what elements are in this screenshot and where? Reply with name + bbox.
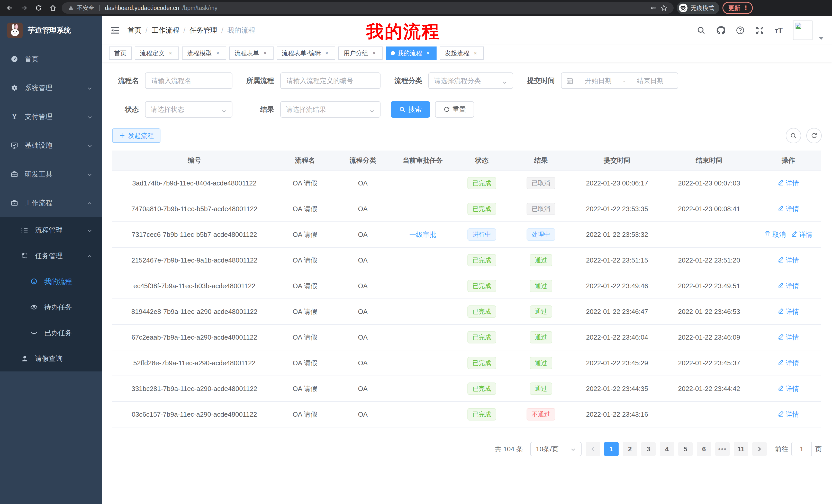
next-page-button[interactable] xyxy=(752,442,767,456)
detail-action-link[interactable]: 详情 xyxy=(778,384,799,393)
breadcrumb-item[interactable]: 任务管理 xyxy=(189,26,217,35)
tab-流程表单[interactable]: 流程表单× xyxy=(229,47,274,60)
close-tab-icon[interactable]: × xyxy=(262,50,268,57)
font-size-icon[interactable]: TT xyxy=(775,26,783,34)
sidebar-item-请假查询[interactable]: 请假查询 xyxy=(0,346,102,371)
name-filter-input[interactable] xyxy=(145,73,232,89)
submit-time-range-picker[interactable]: 开始日期 - 结束日期 xyxy=(561,73,678,89)
back-icon[interactable] xyxy=(4,2,16,13)
fold-menu-icon[interactable] xyxy=(110,25,120,35)
url-host: dashboard.yudao.iocoder.cn xyxy=(105,5,179,11)
reset-button[interactable]: 重置 xyxy=(435,101,474,118)
sidebar-item-工作流程[interactable]: 工作流程 xyxy=(0,189,102,217)
app-logo[interactable]: 芋道管理系统 xyxy=(0,16,102,45)
url-bar[interactable]: 不安全 dashboard.yudao.iocoder.cn/bpm/task/… xyxy=(62,2,674,13)
sidebar-item-待办任务[interactable]: 待办任务 xyxy=(0,295,102,320)
update-button[interactable]: 更新 ⋮ xyxy=(723,2,753,14)
goto-page-input[interactable] xyxy=(791,442,812,456)
cell-submit-time: 2022-01-22 23:53:35 xyxy=(571,196,663,221)
close-tab-icon[interactable]: × xyxy=(425,50,432,57)
end-date-placeholder[interactable]: 结束日期 xyxy=(627,76,673,85)
detail-action-link[interactable]: 详情 xyxy=(778,333,799,342)
breadcrumb-item[interactable]: 工作流程 xyxy=(152,26,179,35)
page-button-3[interactable]: 3 xyxy=(641,442,656,456)
prev-page-button[interactable] xyxy=(586,442,600,456)
page-button-5[interactable]: 5 xyxy=(678,442,693,456)
category-select[interactable]: 请选择流程分类 xyxy=(428,73,513,89)
detail-action-link[interactable]: 详情 xyxy=(778,179,799,188)
sidebar-item-label: 已办任务 xyxy=(44,328,72,338)
start-date-placeholder[interactable]: 开始日期 xyxy=(575,76,621,85)
sidebar-item-label: 首页 xyxy=(25,54,38,64)
cell-name: OA 请假 xyxy=(277,299,333,324)
cell-task xyxy=(392,273,453,299)
page-button-11[interactable]: 11 xyxy=(734,442,748,456)
sidebar-item-已办任务[interactable]: 已办任务 xyxy=(0,320,102,346)
reload-icon[interactable] xyxy=(33,2,44,13)
detail-action-link[interactable]: 详情 xyxy=(778,256,799,265)
sidebar-item-任务管理[interactable]: 任务管理 xyxy=(0,243,102,269)
detail-action-link[interactable]: 详情 xyxy=(778,204,799,214)
sidebar-item-系统管理[interactable]: 系统管理 xyxy=(0,74,102,102)
cell-actions: 详情 xyxy=(755,273,821,299)
cell-result: 通过 xyxy=(511,325,571,350)
status-select[interactable]: 请选择状态 xyxy=(145,101,232,118)
home-icon[interactable] xyxy=(47,2,59,13)
help-icon[interactable] xyxy=(735,26,745,35)
tab-我的流程[interactable]: 我的流程× xyxy=(386,47,437,60)
tab-流程表单-编辑[interactable]: 流程表单-编辑× xyxy=(277,47,335,60)
task-link[interactable]: 一级审批 xyxy=(409,230,436,239)
github-icon[interactable] xyxy=(716,26,725,35)
detail-action-link[interactable]: 详情 xyxy=(778,282,799,290)
search-button[interactable]: 搜索 xyxy=(391,101,430,118)
refresh-button[interactable] xyxy=(806,128,822,143)
star-icon[interactable] xyxy=(660,4,668,11)
fullscreen-icon[interactable] xyxy=(755,26,764,35)
detail-action-link[interactable]: 详情 xyxy=(778,359,799,368)
close-tab-icon[interactable]: × xyxy=(371,50,378,57)
more-pages-icon[interactable]: ••• xyxy=(715,442,730,456)
detail-action-link[interactable]: 详情 xyxy=(791,230,812,239)
caret-down-icon[interactable] xyxy=(818,32,824,35)
tab-用户分组[interactable]: 用户分组× xyxy=(338,47,383,60)
process-filter-input[interactable] xyxy=(280,73,381,89)
sidebar-item-基础设施[interactable]: 基础设施 xyxy=(0,131,102,160)
toggle-search-button[interactable] xyxy=(786,128,801,143)
create-process-button[interactable]: 发起流程 xyxy=(112,129,160,143)
result-tag: 不通过 xyxy=(526,408,555,421)
tab-发起流程[interactable]: 发起流程× xyxy=(440,47,484,60)
page-size-select[interactable]: 10条/页 xyxy=(530,442,581,456)
cell-id: 331bc281-7b9a-11ec-a290-acde48001122 xyxy=(112,376,277,401)
search-icon[interactable] xyxy=(697,26,706,35)
page-button-2[interactable]: 2 xyxy=(623,442,637,456)
page-button-6[interactable]: 6 xyxy=(697,442,711,456)
sidebar-item-我的流程[interactable]: 我的流程 xyxy=(0,269,102,295)
page-button-1[interactable]: 1 xyxy=(604,442,619,456)
key-icon[interactable] xyxy=(650,4,657,11)
sidebar-item-首页[interactable]: 首页 xyxy=(0,45,102,74)
detail-action-link[interactable]: 详情 xyxy=(778,307,799,316)
cancel-action-link[interactable]: 取消 xyxy=(764,230,786,239)
sidebar-item-研发工具[interactable]: 研发工具 xyxy=(0,160,102,189)
tab-流程定义[interactable]: 流程定义× xyxy=(135,47,179,60)
breadcrumb-item[interactable]: 首页 xyxy=(128,26,141,35)
cell-end-time: 2022-01-23 00:08:41 xyxy=(663,196,755,221)
tab-首页[interactable]: 首页 xyxy=(109,47,132,60)
sidebar-item-流程管理[interactable]: 流程管理 xyxy=(0,217,102,243)
close-tab-icon[interactable]: × xyxy=(167,50,174,57)
result-tag: 通过 xyxy=(530,280,552,292)
result-select[interactable]: 请选择流结果 xyxy=(280,101,381,118)
browser-menu-icon[interactable]: ⋮ xyxy=(743,4,749,11)
forward-icon[interactable] xyxy=(19,2,30,13)
close-tab-icon[interactable]: × xyxy=(323,50,330,57)
close-tab-icon[interactable]: × xyxy=(472,50,479,57)
cell-actions: 详情 xyxy=(755,376,821,401)
cell-end-time: 2022-01-22 23:46:09 xyxy=(663,325,755,350)
page-button-4[interactable]: 4 xyxy=(660,442,674,456)
close-tab-icon[interactable]: × xyxy=(214,50,221,57)
tab-label: 流程模型 xyxy=(187,49,212,57)
sidebar-item-支付管理[interactable]: ¥支付管理 xyxy=(0,102,102,131)
avatar[interactable] xyxy=(793,21,812,40)
detail-action-link[interactable]: 详情 xyxy=(778,410,799,419)
tab-流程模型[interactable]: 流程模型× xyxy=(182,47,226,60)
